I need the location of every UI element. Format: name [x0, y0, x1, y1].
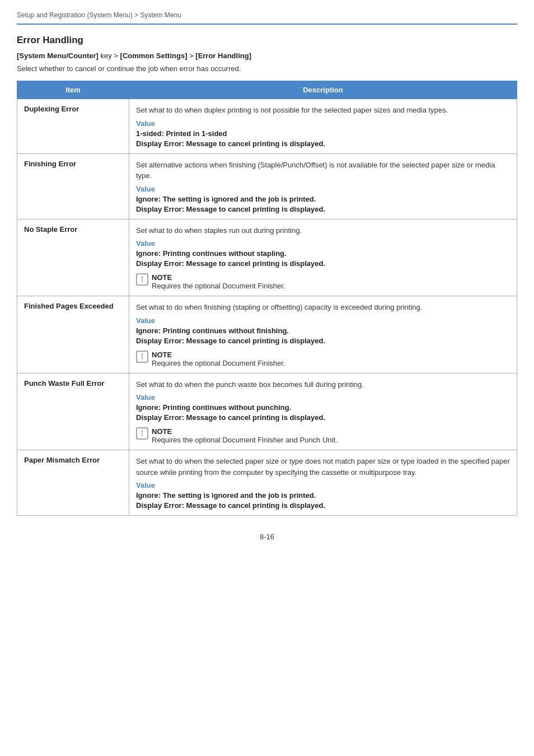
value-label-3: Value	[136, 316, 510, 325]
note-icon-2: i	[136, 273, 148, 287]
bold-line-2-0: Ignore: Printing continues without stapl…	[136, 249, 510, 258]
bold-line-0-1: Display Error: Message to cancel printin…	[136, 139, 510, 148]
value-label-2: Value	[136, 239, 510, 248]
bold-line-1-0: Ignore: The setting is ignored and the j…	[136, 195, 510, 203]
nav-part2: [Common Settings]	[120, 52, 188, 60]
value-label-0: Value	[136, 119, 510, 128]
page-title: Error Handling	[17, 35, 517, 46]
note-content-4: NOTERequires the optional Document Finis…	[152, 427, 338, 444]
table-row-desc-3: Set what to do when finishing (stapling …	[129, 296, 517, 374]
bold-line-1-1: Display Error: Message to cancel printin…	[136, 205, 510, 213]
table-row-desc-4: Set what to do when the punch waste box …	[129, 373, 517, 450]
table-row-desc-0: Set what to do when duplex printing is n…	[129, 99, 517, 154]
value-label-4: Value	[136, 393, 510, 402]
table-row-item-1: Finishing Error	[17, 153, 129, 219]
table-row-item-5: Paper Mismatch Error	[17, 450, 129, 516]
table-row-desc-5: Set what to do when the selected paper s…	[129, 450, 517, 516]
svg-point-5	[142, 353, 143, 354]
bold-line-4-1: Display Error: Message to cancel printin…	[136, 413, 510, 422]
svg-text:i: i	[142, 430, 143, 438]
bold-line-2-1: Display Error: Message to cancel printin…	[136, 259, 510, 268]
note-icon-3: i	[136, 351, 148, 365]
desc-text-5: Set what to do when the selected paper s…	[136, 457, 510, 477]
page-number: 8-16	[17, 533, 517, 541]
table-row-desc-1: Set alternative actions when finishing (…	[129, 153, 517, 219]
note-text-2: Requires the optional Document Finisher.	[152, 282, 285, 290]
table-row-item-0: Duplexing Error	[17, 99, 129, 154]
note-box-3: i NOTERequires the optional Document Fin…	[136, 351, 510, 367]
nav-sep2: >	[187, 52, 195, 60]
note-content-3: NOTERequires the optional Document Finis…	[152, 351, 285, 367]
value-label-5: Value	[136, 481, 510, 489]
bold-line-0-0: 1-sided: Printed in 1-sided	[136, 129, 510, 138]
bold-line-5-0: Ignore: The setting is ignored and the j…	[136, 491, 510, 500]
nav-part1: [System Menu/Counter]	[17, 52, 99, 60]
note-content-2: NOTERequires the optional Document Finis…	[152, 273, 285, 290]
desc-text-2: Set what to do when staples run out duri…	[136, 226, 302, 235]
svg-text:i: i	[142, 276, 143, 284]
desc-text-1: Set alternative actions when finishing (…	[136, 161, 495, 180]
note-text-4: Requires the optional Document Finisher …	[152, 436, 338, 444]
desc-text-0: Set what to do when duplex printing is n…	[136, 106, 448, 114]
table-row-desc-2: Set what to do when staples run out duri…	[129, 219, 517, 296]
bold-line-3-1: Display Error: Message to cancel printin…	[136, 337, 510, 345]
note-box-4: i NOTERequires the optional Document Fin…	[136, 427, 510, 444]
table-row-item-2: No Staple Error	[17, 219, 129, 296]
nav-path: [System Menu/Counter] key > [Common Sett…	[17, 52, 517, 60]
breadcrumb: Setup and Registration (System Menu) > S…	[17, 11, 517, 25]
value-label-1: Value	[136, 185, 510, 193]
desc-text-3: Set what to do when finishing (stapling …	[136, 303, 422, 311]
table-row-item-4: Punch Waste Full Error	[17, 373, 129, 450]
bold-line-4-0: Ignore: Printing continues without punch…	[136, 403, 510, 412]
desc-text-4: Set what to do when the punch waste box …	[136, 380, 364, 389]
note-text-3: Requires the optional Document Finisher.	[152, 359, 285, 367]
nav-sep1: key >	[99, 52, 120, 60]
col-desc-header: Description	[129, 81, 517, 99]
svg-point-8	[142, 431, 143, 432]
note-label-2: NOTE	[152, 273, 285, 282]
error-handling-table: Item Description Duplexing ErrorSet what…	[17, 81, 517, 516]
bold-line-3-0: Ignore: Printing continues without finis…	[136, 326, 510, 335]
table-row-item-3: Finished Pages Exceeded	[17, 296, 129, 374]
svg-text:i: i	[142, 352, 143, 361]
col-item-header: Item	[17, 81, 129, 99]
note-box-2: i NOTERequires the optional Document Fin…	[136, 273, 510, 290]
bold-line-5-1: Display Error: Message to cancel printin…	[136, 501, 510, 510]
svg-point-2	[142, 277, 143, 278]
note-label-3: NOTE	[152, 351, 285, 359]
nav-part3: [Error Handling]	[195, 52, 251, 60]
note-icon-4: i	[136, 427, 148, 441]
note-label-4: NOTE	[152, 427, 338, 436]
intro-text: Select whether to cancel or continue the…	[17, 64, 517, 73]
